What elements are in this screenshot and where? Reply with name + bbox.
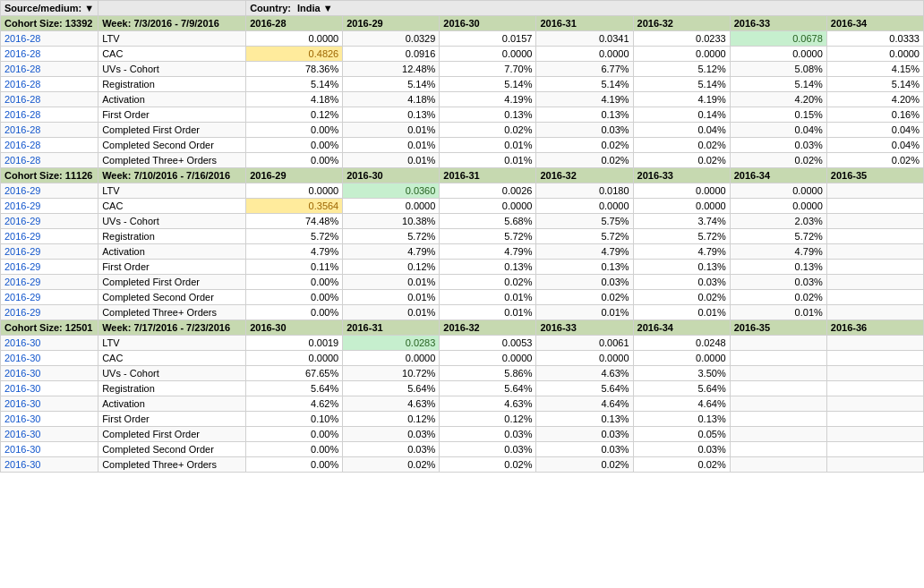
cohort-source-cell: 2016-30 [1, 336, 98, 351]
filter-dropdown-icon[interactable]: ▼ [84, 3, 94, 13]
table-row: 2016-30UVs - Cohort67.65%10.72%5.86%4.63… [1, 366, 924, 381]
data-cell [826, 290, 923, 305]
data-cell: 5.72% [536, 229, 633, 244]
data-cell: 0.02% [343, 457, 440, 473]
cohort-col-header-2016-31: 2016-31 [536, 16, 633, 31]
data-cell: 0.13% [730, 260, 826, 275]
data-cell: 5.14% [343, 77, 440, 92]
data-cell [826, 183, 923, 199]
data-cell: 0.04% [633, 123, 730, 138]
cohort-source-cell: 2016-30 [1, 412, 98, 427]
data-cell [826, 214, 923, 229]
data-cell: 0.04% [730, 123, 826, 138]
metric-cell: Completed Second Order [98, 290, 246, 305]
data-cell: 0.01% [343, 153, 440, 168]
metric-cell: Completed Three+ Orders [98, 305, 246, 320]
data-cell: 0.13% [536, 260, 633, 275]
cohort-source-cell: 2016-28 [1, 47, 98, 62]
data-cell: 3.74% [633, 214, 730, 229]
table-row: 2016-28First Order0.12%0.13%0.13%0.13%0.… [1, 107, 924, 123]
data-cell: 10.38% [343, 214, 440, 229]
table-row: 2016-30Completed First Order0.00%0.03%0.… [1, 427, 924, 442]
data-cell [730, 366, 826, 381]
table-row: 2016-28Completed Second Order0.00%0.01%0… [1, 138, 924, 153]
table-row: 2016-28Completed First Order0.00%0.01%0.… [1, 123, 924, 138]
metric-cell: Activation [98, 396, 246, 412]
data-cell: 4.63% [440, 396, 536, 412]
data-cell: 0.01% [440, 138, 536, 153]
data-cell: 0.0341 [536, 31, 633, 47]
cohort-week-2016-30: Week: 7/17/2016 - 7/23/2016 [98, 320, 246, 336]
data-cell: 0.05% [633, 427, 730, 442]
data-cell: 0.0000 [440, 351, 536, 366]
data-cell: 0.0248 [633, 336, 730, 351]
data-cell: 5.72% [440, 229, 536, 244]
data-cell: 0.01% [343, 123, 440, 138]
data-cell [826, 457, 923, 473]
cohort-col-header-2016-34: 2016-34 [730, 168, 826, 183]
data-cell: 5.64% [343, 381, 440, 396]
cohort-source-cell: 2016-30 [1, 427, 98, 442]
metric-cell: Registration [98, 229, 246, 244]
table-row: 2016-29Completed Three+ Orders0.00%0.01%… [1, 305, 924, 320]
table-header-row: Source/medium: ▼ Country: India ▼ [1, 1, 924, 16]
data-cell: 0.02% [440, 123, 536, 138]
source-medium-header[interactable]: Source/medium: ▼ [1, 1, 98, 16]
data-cell: 0.01% [536, 305, 633, 320]
table-row: 2016-29UVs - Cohort74.48%10.38%5.68%5.75… [1, 214, 924, 229]
data-cell: 0.01% [343, 305, 440, 320]
cohort-source-cell: 2016-30 [1, 396, 98, 412]
cohort-source-cell: 2016-28 [1, 31, 98, 47]
metric-cell: Registration [98, 381, 246, 396]
data-cell: 12.48% [343, 62, 440, 77]
cohort-col-header-2016-33: 2016-33 [633, 168, 730, 183]
data-cell: 0.00% [246, 290, 343, 305]
table-row: 2016-28CAC0.48260.09160.00000.00000.0000… [1, 47, 924, 62]
data-cell: 4.64% [633, 396, 730, 412]
data-cell [730, 457, 826, 473]
data-cell: 0.03% [536, 275, 633, 290]
data-cell: 0.0180 [536, 183, 633, 199]
data-cell: 4.79% [536, 244, 633, 260]
data-cell: 4.63% [343, 396, 440, 412]
data-cell: 0.11% [246, 260, 343, 275]
data-cell: 0.03% [730, 275, 826, 290]
data-cell: 0.00% [246, 138, 343, 153]
data-cell: 0.02% [730, 153, 826, 168]
data-cell: 5.64% [246, 381, 343, 396]
data-cell: 0.12% [246, 107, 343, 123]
data-cell: 0.01% [343, 290, 440, 305]
data-cell: 5.08% [730, 62, 826, 77]
data-cell: 0.01% [730, 305, 826, 320]
cohort-source-cell: 2016-30 [1, 351, 98, 366]
country-dropdown-icon[interactable]: ▼ [323, 3, 333, 13]
cohort-source-cell: 2016-28 [1, 138, 98, 153]
table-row: 2016-28Activation4.18%4.18%4.19%4.19%4.1… [1, 92, 924, 107]
table-row: 2016-30LTV0.00190.02830.00530.00610.0248 [1, 336, 924, 351]
cohort-col-header-2016-31: 2016-31 [440, 168, 536, 183]
metric-cell: UVs - Cohort [98, 62, 246, 77]
data-cell: 0.0000 [246, 31, 343, 47]
cohort-col-header-2016-32: 2016-32 [440, 320, 536, 336]
data-cell: 4.79% [730, 244, 826, 260]
table-row: 2016-29Activation4.79%4.79%4.79%4.79%4.7… [1, 244, 924, 260]
data-cell: 5.14% [633, 77, 730, 92]
data-cell [730, 351, 826, 366]
week-header [98, 1, 246, 16]
data-cell: 5.14% [440, 77, 536, 92]
data-cell [730, 412, 826, 427]
main-table-container: Source/medium: ▼ Country: India ▼ Cohort… [0, 0, 924, 473]
data-cell: 0.02% [633, 138, 730, 153]
cohort-source-cell: 2016-28 [1, 107, 98, 123]
data-cell: 0.00% [246, 153, 343, 168]
table-row: 2016-28UVs - Cohort78.36%12.48%7.70%6.77… [1, 62, 924, 77]
country-header[interactable]: Country: India ▼ [246, 1, 924, 16]
data-cell: 0.16% [826, 107, 923, 123]
data-cell: 0.03% [536, 123, 633, 138]
data-cell: 0.12% [343, 260, 440, 275]
data-cell: 4.79% [633, 244, 730, 260]
metric-cell: Completed Second Order [98, 442, 246, 457]
data-cell [826, 336, 923, 351]
data-cell: 0.0000 [536, 199, 633, 214]
data-cell: 5.72% [343, 229, 440, 244]
